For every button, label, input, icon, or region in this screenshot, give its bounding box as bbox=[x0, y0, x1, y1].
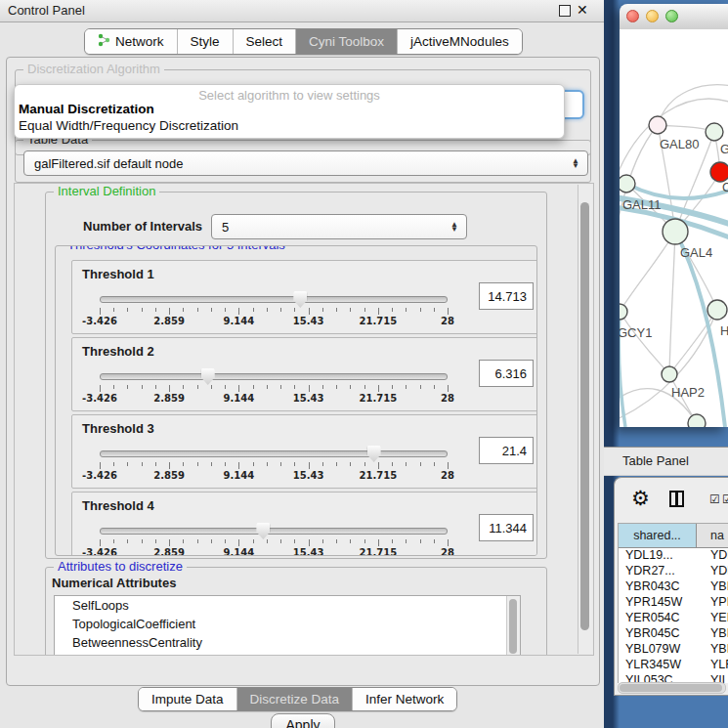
table-cell[interactable]: YDL1 bbox=[697, 548, 728, 564]
table-cell[interactable]: YLR345W bbox=[619, 658, 697, 673]
table-cell[interactable]: YLR3 bbox=[697, 658, 728, 673]
settings-vertical-scrollbar[interactable] bbox=[578, 185, 592, 654]
numerical-attributes-list: SelfLoopsTopologicalCoefficientBetweenne… bbox=[54, 595, 521, 656]
table-cell[interactable]: YBR0 bbox=[697, 626, 728, 642]
threshold-3-value-field[interactable]: 21.4 bbox=[479, 437, 534, 464]
table-row[interactable]: YLR345WYLR3 bbox=[619, 658, 728, 673]
threshold-2-label: Threshold 2 bbox=[82, 344, 154, 359]
discretization-algorithm-label: Discretization Algorithm bbox=[23, 62, 164, 76]
table-cell[interactable]: YER054C bbox=[619, 611, 697, 626]
node-gal11[interactable] bbox=[620, 175, 635, 193]
option-manual-discretization[interactable]: Manual Discretization bbox=[19, 102, 154, 116]
node-table: shared... na YDL19...YDL1YDR27...YDR2YBR… bbox=[618, 523, 728, 683]
node-selected-red[interactable] bbox=[710, 162, 728, 182]
tab-style[interactable]: Style bbox=[177, 29, 233, 54]
slider-handle[interactable] bbox=[367, 446, 381, 462]
table-row[interactable]: YPR145WYPR1 bbox=[619, 595, 728, 611]
thresholds-group-label: Threshold's Coordinates for 5 Intervals bbox=[64, 245, 289, 252]
node-hap2[interactable] bbox=[662, 366, 677, 382]
node-green[interactable] bbox=[706, 123, 723, 141]
table-cell[interactable]: YBR045C bbox=[619, 626, 697, 642]
table-cell[interactable]: YPR1 bbox=[697, 595, 728, 611]
threshold-3-label: Threshold 3 bbox=[82, 421, 154, 436]
threshold-1-row: Threshold 1 -3.4262.8599.14415.4321.7152… bbox=[71, 260, 537, 334]
float-panel-icon[interactable] bbox=[559, 5, 571, 17]
column-header-name[interactable]: na bbox=[697, 524, 728, 547]
tab-select[interactable]: Select bbox=[233, 29, 296, 54]
apply-button[interactable]: Apply bbox=[271, 713, 335, 728]
table-cell[interactable]: YBR0 bbox=[697, 579, 728, 595]
threshold-4-slider[interactable] bbox=[100, 528, 448, 535]
table-panel-rows: YDL19...YDL1YDR27...YDR2YBR043CYBR0YPR14… bbox=[619, 548, 728, 683]
table-cell[interactable]: YBL0 bbox=[697, 642, 728, 658]
checkbox-icon[interactable]: ☑ bbox=[722, 492, 728, 506]
table-row[interactable]: YER054CYER0 bbox=[619, 611, 728, 626]
label-hap2: HAP2 bbox=[671, 385, 705, 400]
table-row[interactable]: YBR045CYBR0 bbox=[619, 626, 728, 642]
table-row[interactable]: YDR27...YDR2 bbox=[619, 564, 728, 579]
gear-icon[interactable]: ⚙ bbox=[631, 487, 650, 510]
node-gal4[interactable] bbox=[663, 219, 688, 244]
tab-jactivemnodules[interactable]: jActiveMNodules bbox=[397, 29, 522, 54]
table-row[interactable]: YDL19...YDL1 bbox=[619, 548, 728, 564]
close-icon[interactable]: ✕ bbox=[577, 2, 588, 18]
slider-handle[interactable] bbox=[256, 523, 270, 539]
table-cell[interactable]: YDL19... bbox=[619, 548, 697, 564]
attributes-scrollbar[interactable] bbox=[506, 596, 520, 656]
option-equal-width-frequency[interactable]: Equal Width/Frequency Discretization bbox=[19, 118, 238, 133]
network-window-titlebar[interactable] bbox=[620, 4, 728, 30]
table-cell[interactable]: YER0 bbox=[697, 611, 728, 626]
combo-spinner-icon: ▲▼ bbox=[572, 151, 579, 175]
threshold-1-value-field[interactable]: 14.713 bbox=[479, 282, 534, 310]
tab-discretize-data[interactable]: Discretize Data bbox=[236, 688, 353, 710]
threshold-1-slider[interactable] bbox=[100, 296, 448, 303]
table-data-combobox[interactable]: galFiltered.sif default node ▲▼ bbox=[23, 150, 588, 176]
threshold-2-value-field[interactable]: 6.316 bbox=[479, 360, 534, 387]
cyni-bottom-tabs: Impute Data Discretize Data Infer Networ… bbox=[138, 687, 457, 711]
node-gcy1[interactable] bbox=[620, 304, 627, 320]
table-cell[interactable]: YBL079W bbox=[619, 642, 697, 658]
attribute-item[interactable]: TopologicalCoefficient bbox=[55, 615, 520, 633]
tab-impute-data[interactable]: Impute Data bbox=[139, 688, 236, 710]
table-row[interactable]: YBR043CYBR0 bbox=[619, 579, 728, 595]
node-h[interactable] bbox=[707, 300, 727, 320]
threshold-3-row: Threshold 3 -3.4262.8599.14415.4321.7152… bbox=[71, 414, 537, 489]
tab-network-label: Network bbox=[115, 34, 164, 49]
scrollbar-thumb[interactable] bbox=[580, 202, 589, 630]
tab-cyni-toolbox[interactable]: Cyni Toolbox bbox=[295, 29, 397, 54]
column-header-shared-name[interactable]: shared... bbox=[619, 524, 697, 547]
mac-close-icon[interactable] bbox=[626, 10, 639, 22]
mac-zoom-icon[interactable] bbox=[665, 10, 678, 22]
threshold-2-slider[interactable] bbox=[100, 373, 448, 380]
mac-minimize-icon[interactable] bbox=[646, 10, 659, 22]
table-row[interactable]: YBL079WYBL0 bbox=[619, 642, 728, 658]
table-panel-title: Table Panel bbox=[622, 453, 689, 468]
cytoscape-desktop: GAL80 GA C GAL11 GAL4 GCY1 H HAP2 Table … bbox=[604, 0, 728, 728]
table-panel-titlebar: Table Panel bbox=[604, 447, 728, 476]
threshold-4-value-field[interactable]: 11.344 bbox=[479, 514, 534, 541]
table-cell[interactable]: YDR2 bbox=[697, 564, 728, 579]
label-gal80: GAL80 bbox=[660, 137, 699, 151]
label-gal11: GAL11 bbox=[622, 197, 662, 212]
number-of-intervals-combobox[interactable]: 5 ▲▼ bbox=[211, 214, 467, 239]
checkbox-icon[interactable]: ☑ bbox=[709, 492, 720, 506]
node-bottom[interactable] bbox=[688, 414, 706, 427]
threshold-3-slider[interactable] bbox=[100, 450, 448, 457]
number-of-intervals-label: Number of Intervals bbox=[83, 219, 202, 234]
table-panel: ⚙ ☑ ☑ shared... na YDL19...YDL1YDR27...Y… bbox=[614, 477, 728, 696]
label-gal4: GAL4 bbox=[680, 245, 712, 260]
table-cell[interactable]: YPR145W bbox=[619, 595, 697, 611]
attribute-item[interactable]: SelfLoops bbox=[55, 596, 520, 615]
node-pink[interactable] bbox=[649, 116, 666, 134]
table-cell[interactable]: YDR27... bbox=[619, 564, 697, 579]
network-canvas[interactable]: GAL80 GA C GAL11 GAL4 GCY1 H HAP2 bbox=[620, 29, 728, 427]
column-view-icon[interactable] bbox=[669, 491, 684, 507]
scrollbar-thumb[interactable] bbox=[620, 684, 722, 692]
table-horizontal-scrollbar[interactable] bbox=[618, 682, 726, 694]
table-cell[interactable]: YBR043C bbox=[619, 579, 697, 595]
tab-network[interactable]: Network bbox=[85, 29, 177, 54]
attribute-item[interactable]: BetweennessCentrality bbox=[55, 633, 520, 652]
tab-infer-network[interactable]: Infer Network bbox=[352, 688, 456, 710]
slider-handle[interactable] bbox=[201, 368, 215, 385]
slider-handle[interactable] bbox=[293, 291, 307, 308]
